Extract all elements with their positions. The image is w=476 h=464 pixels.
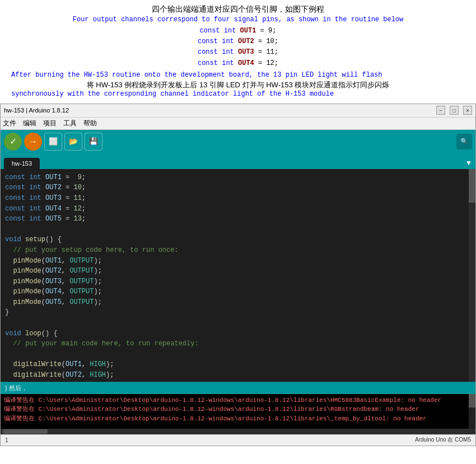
serial-monitor-button[interactable]: 🔍 <box>456 134 472 149</box>
ide-window: hw-153 | Arduino 1.8.12 − □ × 文件 编辑 项目 工… <box>0 104 476 446</box>
tab-arrow[interactable]: ▼ <box>465 159 472 169</box>
editor-line-6 <box>5 224 471 235</box>
toolbar: ✓ → ⬜ 📂 💾 🔍 <box>1 130 475 153</box>
code-line-2: const int OUT2 = 10; <box>11 36 465 47</box>
editor-line-11: pinMode(OUT3, OUTPUT); <box>5 276 471 287</box>
open-button[interactable]: 📂 <box>64 133 82 151</box>
editor-line-1: const int OUT1 = 9; <box>5 172 471 183</box>
board-info: Arduino Uno 在 COM5 <box>415 436 471 444</box>
editor-line-21: digitalWrite(OUT3, HIGH); <box>5 381 471 382</box>
console-area[interactable]: 编译警告在 C:\Users\Administrator\Desktop\ard… <box>1 394 475 429</box>
tab-hw153[interactable]: hw-153 <box>4 158 40 169</box>
editor-line-17: // put your main code here, to run repea… <box>5 339 471 349</box>
menu-bar: 文件 编辑 项目 工具 帮助 <box>1 118 475 130</box>
editor-line-8: // put your setup code here, to run once… <box>5 245 471 256</box>
code-editor[interactable]: const int OUT1 = 9; const int OUT2 = 10;… <box>1 169 475 382</box>
code-line-4: const int OUT4 = 12; <box>11 58 465 69</box>
code-line-3: const int OUT3 = 11; <box>11 47 465 58</box>
menu-edit[interactable]: 编辑 <box>23 119 36 128</box>
menu-tools[interactable]: 工具 <box>63 119 77 128</box>
editor-line-13: pinMode(OUT5, OUTPUT); <box>5 297 471 308</box>
code-block-top: const int OUT1 = 9; const int OUT2 = 10;… <box>11 26 465 69</box>
editor-line-12: pinMode(OUT4, OUTPUT); <box>5 287 471 297</box>
code-line-1: const int OUT1 = 9; <box>11 26 465 36</box>
status-text: } 然后， <box>5 384 27 392</box>
editor-line-14: } <box>5 307 471 318</box>
title-bar: hw-153 | Arduino 1.8.12 − □ × <box>1 104 475 118</box>
bottom-bar: 1 Arduino Uno 在 COM5 <box>1 434 475 446</box>
tab-bar: hw-153 ▼ <box>1 153 475 169</box>
editor-scrollbar-thumb <box>469 169 475 203</box>
annotation-title-zh: 四个输出端端通道对应四个信号引脚，如图下例程 <box>11 4 465 15</box>
console-scrollbar-thumb <box>469 394 475 407</box>
editor-line-3: const int OUT3 = 11; <box>5 193 471 204</box>
editor-line-19: digitalWrite(OUT1, HIGH); <box>5 359 471 370</box>
window-title: hw-153 | Arduino 1.8.12 <box>4 107 69 114</box>
verify-button[interactable]: ✓ <box>4 133 22 151</box>
horizontal-scrollbar[interactable] <box>1 429 475 434</box>
editor-line-2: const int OUT2 = 10; <box>5 182 471 193</box>
upload-button[interactable]: → <box>24 133 42 151</box>
editor-line-4: const int OUT4 = 12; <box>5 204 471 214</box>
annotation-title-en: Four output channels correspond to four … <box>11 16 465 24</box>
line-number: 1 <box>5 437 8 443</box>
title-bar-controls: − □ × <box>436 106 472 115</box>
editor-line-9: pinMode(OUT1, OUTPUT); <box>5 256 471 266</box>
tab-hw153-label: hw-153 <box>12 160 32 167</box>
menu-project[interactable]: 项目 <box>43 119 57 128</box>
editor-line-18 <box>5 349 471 360</box>
status-bar: } 然后， <box>1 382 475 394</box>
new-button[interactable]: ⬜ <box>44 133 62 151</box>
menu-help[interactable]: 帮助 <box>83 119 97 128</box>
sync-en: synchronously with the corresponding cha… <box>11 90 465 98</box>
hscroll-thumb <box>3 429 48 434</box>
editor-line-7: void setup() { <box>5 235 471 245</box>
editor-scrollbar[interactable] <box>469 169 475 382</box>
console-line-1: 编译警告在 C:\Users\Administrator\Desktop\ard… <box>4 396 472 405</box>
menu-file[interactable]: 文件 <box>3 119 16 128</box>
editor-line-20: digitalWrite(OUT2, HIGH); <box>5 370 471 381</box>
after-burning-zh: 将 HW-153 例程烧录到开发板上后 13 引脚 LED 灯并与 HW-153… <box>11 80 465 90</box>
editor-line-15 <box>5 318 471 329</box>
after-burning-en: After burning the HW-153 routine onto th… <box>11 69 465 80</box>
save-button[interactable]: 💾 <box>85 133 102 151</box>
editor-line-10: pinMode(OUT2, OUTPUT); <box>5 266 471 276</box>
console-line-2: 编译警告在 C:\Users\Administrator\Desktop\ard… <box>4 405 472 414</box>
console-line-3: 编译警告在 C:\Users\Administrator\Desktop\ard… <box>4 414 472 424</box>
annotation-area: 四个输出端端通道对应四个信号引脚，如图下例程 Four output chann… <box>0 0 476 101</box>
console-scrollbar[interactable] <box>469 394 475 429</box>
editor-line-16: void loop() { <box>5 329 471 339</box>
close-button[interactable]: × <box>463 106 472 115</box>
maximize-button[interactable]: □ <box>450 106 459 115</box>
editor-line-5: const int OUT5 = 13; <box>5 214 471 224</box>
minimize-button[interactable]: − <box>436 106 445 115</box>
